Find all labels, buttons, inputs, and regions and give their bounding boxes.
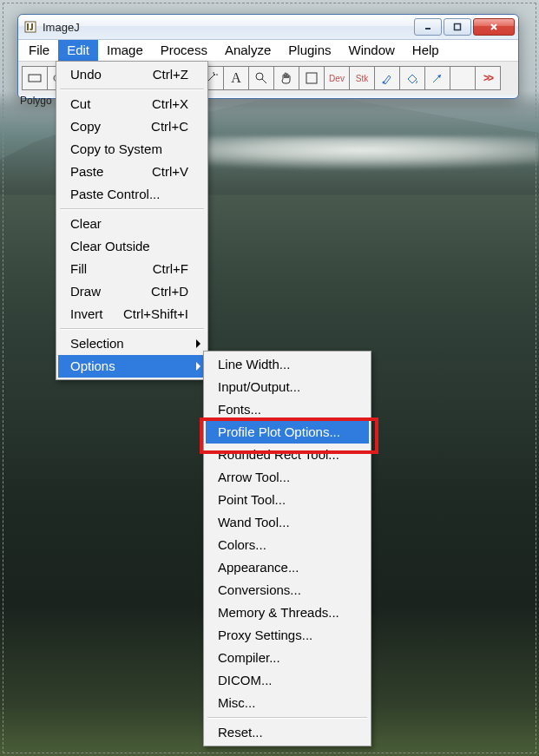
mi-fill[interactable]: FillCtrl+F bbox=[58, 258, 206, 280]
menu-window[interactable]: Window bbox=[340, 40, 404, 61]
separator bbox=[60, 208, 204, 210]
menu-process[interactable]: Process bbox=[152, 40, 216, 61]
mi-options[interactable]: Options bbox=[58, 355, 206, 378]
svg-line-12 bbox=[207, 75, 214, 82]
mi-cut[interactable]: CutCtrl+X bbox=[58, 93, 206, 115]
mi-profile-plot-options[interactable]: Profile Plot Options... bbox=[206, 421, 369, 444]
svg-rect-3 bbox=[455, 24, 461, 30]
maximize-button[interactable] bbox=[444, 18, 471, 36]
menu-plugins[interactable]: Plugins bbox=[279, 40, 339, 61]
tool-extra[interactable] bbox=[450, 66, 476, 90]
separator bbox=[60, 328, 204, 330]
svg-rect-18 bbox=[306, 73, 317, 83]
mi-point-tool[interactable]: Point Tool... bbox=[206, 489, 369, 511]
tool-more-arrows[interactable]: >> bbox=[475, 66, 501, 90]
svg-rect-0 bbox=[25, 22, 36, 32]
separator bbox=[207, 717, 367, 719]
mi-paste-control[interactable]: Paste Control... bbox=[58, 183, 206, 206]
menu-help[interactable]: Help bbox=[404, 40, 448, 61]
mi-rounded-rect-tool[interactable]: Rounded Rect Tool... bbox=[206, 444, 369, 466]
mi-selection[interactable]: Selection bbox=[58, 332, 206, 355]
mi-dicom[interactable]: DICOM... bbox=[206, 669, 369, 692]
mi-arrow-tool[interactable]: Arrow Tool... bbox=[206, 466, 369, 489]
mi-compiler[interactable]: Compiler... bbox=[206, 647, 369, 669]
window-title: ImageJ bbox=[43, 21, 414, 34]
window-buttons bbox=[414, 18, 515, 36]
svg-rect-6 bbox=[29, 75, 41, 82]
mi-draw[interactable]: DrawCtrl+D bbox=[58, 280, 206, 303]
close-button[interactable] bbox=[473, 18, 515, 36]
minimize-button[interactable] bbox=[414, 18, 442, 36]
svg-line-17 bbox=[262, 79, 266, 83]
titlebar[interactable]: ImageJ bbox=[18, 15, 518, 40]
tool-rect[interactable] bbox=[22, 66, 48, 90]
mi-copy[interactable]: CopyCtrl+C bbox=[58, 115, 206, 138]
mi-fonts[interactable]: Fonts... bbox=[206, 398, 369, 421]
mi-appearance[interactable]: Appearance... bbox=[206, 556, 369, 579]
mi-colors[interactable]: Colors... bbox=[206, 534, 369, 556]
svg-point-13 bbox=[214, 74, 215, 76]
options-dropdown: Line Width... Input/Output... Fonts... P… bbox=[203, 351, 371, 746]
mi-line-width[interactable]: Line Width... bbox=[206, 353, 369, 376]
svg-point-16 bbox=[256, 73, 263, 80]
mi-conversions[interactable]: Conversions... bbox=[206, 579, 369, 602]
tool-stk[interactable]: Stk bbox=[349, 66, 375, 90]
tool-arrow[interactable] bbox=[424, 66, 450, 90]
mi-proxy-settings[interactable]: Proxy Settings... bbox=[206, 624, 369, 647]
svg-point-19 bbox=[383, 82, 385, 84]
tool-hand[interactable] bbox=[273, 66, 299, 90]
mi-memory-threads[interactable]: Memory & Threads... bbox=[206, 602, 369, 624]
mi-reset[interactable]: Reset... bbox=[206, 721, 369, 744]
tool-dev[interactable]: Dev bbox=[324, 66, 350, 90]
tool-brush[interactable] bbox=[374, 66, 400, 90]
mi-invert[interactable]: InvertCtrl+Shift+I bbox=[58, 303, 206, 325]
menu-analyze[interactable]: Analyze bbox=[216, 40, 279, 61]
tool-text[interactable]: A bbox=[223, 66, 249, 90]
tool-zoom[interactable] bbox=[248, 66, 274, 90]
menubar: File Edit Image Process Analyze Plugins … bbox=[18, 40, 518, 61]
mi-input-output[interactable]: Input/Output... bbox=[206, 376, 369, 398]
mi-wand-tool[interactable]: Wand Tool... bbox=[206, 511, 369, 534]
mi-misc[interactable]: Misc... bbox=[206, 692, 369, 714]
tool-color-picker[interactable] bbox=[299, 66, 325, 90]
mi-undo[interactable]: UndoCtrl+Z bbox=[58, 63, 206, 86]
mi-clear[interactable]: Clear bbox=[58, 213, 206, 235]
tool-flood[interactable] bbox=[399, 66, 425, 90]
mi-clear-outside[interactable]: Clear Outside bbox=[58, 235, 206, 258]
edit-dropdown: UndoCtrl+Z CutCtrl+X CopyCtrl+C Copy to … bbox=[56, 61, 208, 380]
menu-image[interactable]: Image bbox=[98, 40, 152, 61]
status-text: Polygo bbox=[20, 95, 52, 107]
mi-copy-to-system[interactable]: Copy to System bbox=[58, 138, 206, 161]
menu-file[interactable]: File bbox=[20, 40, 58, 61]
separator bbox=[60, 89, 204, 90]
imagej-icon bbox=[23, 20, 37, 34]
mi-paste[interactable]: PasteCtrl+V bbox=[58, 161, 206, 183]
svg-rect-1 bbox=[27, 23, 29, 30]
menu-edit[interactable]: Edit bbox=[58, 40, 98, 61]
